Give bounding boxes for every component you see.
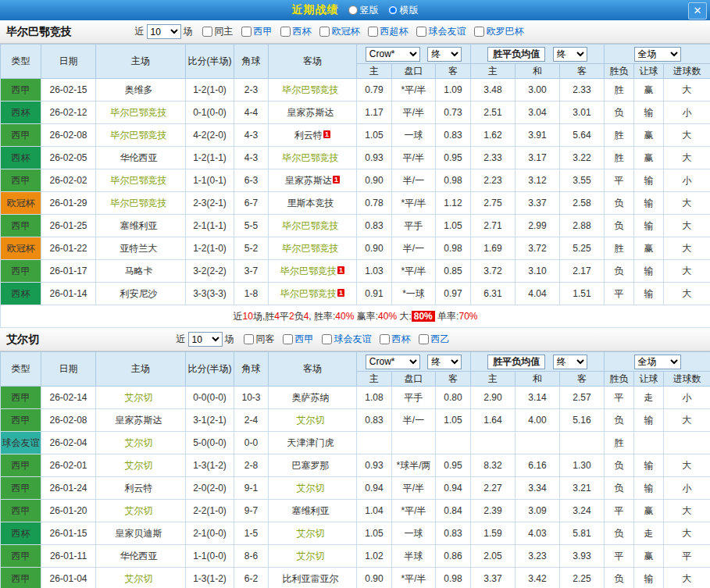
match-row: 西甲 26-01-24 利云特 2-0(2-0) 9-1 艾尔切 0.94 平/…	[1, 477, 710, 500]
hcp-result: 走	[634, 522, 664, 545]
asian-home-odds: 0.83	[357, 409, 392, 432]
filter-checkbox[interactable]	[419, 334, 429, 344]
match-date: 26-01-04	[41, 568, 96, 588]
asian-away-odds: 1.05	[436, 409, 471, 432]
eu-away-odds: 2.57	[560, 387, 605, 409]
col-eu-away: 客	[560, 372, 605, 387]
filter-option[interactable]: 西杯	[280, 25, 312, 38]
titlebar-center: 近期战绩 竖版 横版	[292, 3, 419, 17]
layout-radio-vertical[interactable]: 竖版	[348, 4, 379, 17]
asian-away-odds: 0.95	[436, 454, 471, 477]
filter-option[interactable]: 西杯	[380, 333, 411, 346]
corners: 2-4	[234, 409, 269, 432]
eu-away-odds: 5.81	[560, 522, 605, 545]
asian-final-select[interactable]: 终	[427, 355, 462, 369]
asian-home-odds: 0.78	[357, 192, 392, 215]
euro-final-select[interactable]: 终	[553, 355, 587, 369]
filter-option[interactable]: 西超杯	[368, 25, 409, 38]
wdl-result: 胜	[605, 432, 634, 454]
match-date: 26-01-14	[41, 283, 96, 305]
filter-checkbox[interactable]	[283, 334, 293, 344]
filter-option[interactable]: 球会友谊	[416, 25, 466, 38]
match-date: 26-02-05	[41, 147, 96, 169]
eu-home-odds: 2.71	[471, 215, 516, 237]
match-date: 26-02-08	[41, 124, 96, 147]
filter-checkbox[interactable]	[380, 334, 390, 344]
filter-checkbox[interactable]	[474, 27, 484, 37]
hcp-result: 赢	[634, 545, 664, 568]
away-team: 艾尔切	[297, 528, 325, 539]
close-button[interactable]: ✕	[688, 2, 707, 20]
asian-away-odds: 1.09	[436, 79, 471, 102]
home-team-cell: 皇家贝迪斯	[96, 522, 186, 545]
asian-home-odds: 1.02	[357, 545, 392, 568]
away-team-cell: 艾尔切	[269, 522, 357, 545]
league-cell: 欧冠杯	[1, 192, 41, 215]
away-team-cell: 毕尔巴鄂竞技1	[269, 260, 357, 283]
layout-radio-input[interactable]	[348, 5, 358, 15]
asian-away-odds	[436, 432, 471, 454]
asian-away-odds: 0.94	[436, 477, 471, 500]
home-team: 利安尼沙	[120, 288, 158, 299]
asian-final-select[interactable]: 终	[427, 47, 462, 62]
home-team-cell: 利安尼沙	[96, 283, 186, 305]
filter-option[interactable]: 同客	[244, 333, 275, 346]
match-date: 26-02-02	[41, 169, 96, 192]
wdl-average-button[interactable]: 胜平负均值	[487, 47, 545, 62]
score: 1-1(0-0)	[186, 545, 234, 568]
eu-home-odds: 2.23	[471, 169, 516, 192]
match-count-select[interactable]: 10	[188, 332, 223, 347]
filter-option[interactable]: 西乙	[419, 333, 450, 346]
filter-checkbox[interactable]	[322, 334, 332, 344]
league-cell: 西甲	[1, 387, 41, 409]
filter-checkbox[interactable]	[202, 27, 212, 37]
home-team: 毕尔巴鄂竞技	[111, 130, 167, 141]
filter-checkbox[interactable]	[319, 27, 330, 37]
bookmaker-select[interactable]: Crow*	[366, 47, 420, 62]
match-count-select[interactable]: 10	[147, 24, 181, 39]
eu-draw-odds: 3.37	[516, 192, 560, 215]
matches-unit-label: 场	[184, 25, 193, 38]
scope-select[interactable]: 全场	[634, 355, 681, 369]
home-team: 华伦西亚	[120, 551, 158, 561]
filter-checkbox[interactable]	[244, 334, 254, 344]
filter-option[interactable]: 球会友谊	[322, 333, 372, 346]
team-bar: 艾尔切 近 10 场 同客西甲球会友谊西杯西乙	[0, 328, 710, 351]
filter-option[interactable]: 西甲	[241, 25, 273, 38]
eu-draw-odds: 3.91	[516, 124, 560, 147]
col-away: 客场	[269, 352, 357, 387]
filter-checkbox[interactable]	[416, 27, 426, 37]
layout-radio-input[interactable]	[388, 5, 398, 15]
eu-home-odds	[471, 432, 516, 454]
filter-checkbox[interactable]	[241, 27, 252, 37]
filter-option[interactable]: 欧罗巴杯	[474, 25, 524, 38]
filter-option[interactable]: 欧冠杯	[319, 25, 360, 38]
score: 2-0(2-0)	[186, 477, 234, 500]
layout-radio-horizontal[interactable]: 横版	[388, 4, 419, 17]
scope-select[interactable]: 全场	[634, 47, 681, 62]
filter-option[interactable]: 同主	[202, 25, 234, 38]
bookmaker-select[interactable]: Crow*	[366, 355, 420, 369]
home-team-cell: 皇家苏斯达	[96, 409, 186, 432]
filter-checkbox[interactable]	[280, 27, 291, 37]
euro-final-select[interactable]: 终	[553, 47, 587, 62]
wdl-average-button[interactable]: 胜平负均值	[487, 355, 545, 369]
filter-checkbox[interactable]	[368, 27, 378, 37]
away-team-cell: 巴塞罗那	[269, 454, 357, 477]
col-asian-away: 客	[436, 372, 471, 387]
match-row: 西杯 26-02-05 华伦西亚 1-2(1-1) 4-3 毕尔巴鄂竞技 0.9…	[1, 147, 710, 169]
col-handicap-result: 让球	[634, 372, 664, 387]
eu-home-odds: 2.05	[471, 545, 516, 568]
filter-option-label: 欧罗巴杯	[487, 25, 524, 38]
home-team: 华伦西亚	[120, 152, 158, 163]
match-date: 26-01-29	[41, 192, 96, 215]
asian-handicap-line: 平手	[392, 387, 436, 409]
away-team: 天津津门虎	[287, 437, 334, 448]
wdl-result: 胜	[605, 79, 634, 102]
filter-option[interactable]: 西甲	[283, 333, 314, 346]
goal-result: 大	[664, 124, 710, 147]
corners: 3-7	[234, 260, 269, 283]
asian-home-odds: 0.90	[357, 169, 392, 192]
asian-handicap-line: 半球	[392, 545, 436, 568]
league-cell: 西甲	[1, 454, 41, 477]
